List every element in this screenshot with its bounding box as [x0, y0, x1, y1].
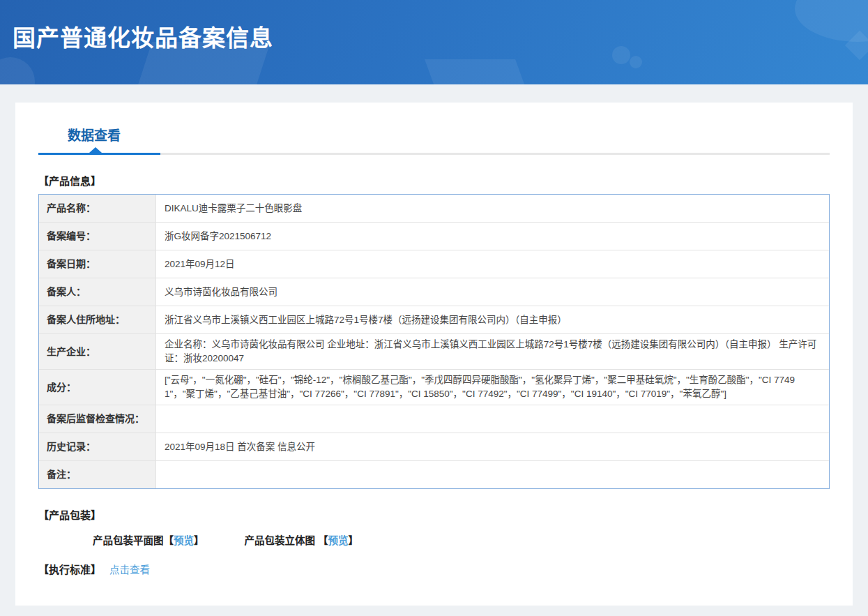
packaging-line: 产品包装平面图【预览】产品包装立体图 【预览】 — [38, 532, 830, 547]
content-card: 数据查看 【产品信息】 产品名称： DIKALU迪卡露栗子二十色眼影盘 备案编号… — [15, 103, 853, 606]
product-info-section-title: 【产品信息】 — [38, 173, 830, 188]
packaging-3d-view-item: 产品包装立体图 【预览】 — [245, 532, 359, 547]
row-value: 义乌市诗茵化妆品有限公司 — [156, 278, 829, 306]
banner-decoration-polygon — [425, 59, 531, 84]
row-label: 备案后监督检查情况： — [39, 405, 156, 433]
row-label: 备案人住所地址： — [39, 306, 156, 333]
row-value: 2021年09月12日 — [156, 250, 829, 278]
packaging-flat-view-label: 产品包装平面图 — [93, 535, 164, 546]
row-label: 备案日期： — [39, 250, 156, 278]
row-label: 成分： — [39, 370, 156, 405]
table-row-product-name: 产品名称： DIKALU迪卡露栗子二十色眼影盘 — [39, 195, 829, 222]
table-row-filing-address: 备案人住所地址： 浙江省义乌市上溪镇义西工业园区上城路72号1号楼7楼（远扬建设… — [39, 306, 829, 333]
bracket: 】 — [194, 535, 204, 546]
table-row-ingredients: 成分： ["云母"，"一氮化硼"，"硅石"，"锦纶-12"，"棕榈酸乙基己酯"，… — [39, 369, 829, 405]
row-value: ["云母"，"一氮化硼"，"硅石"，"锦纶-12"，"棕榈酸乙基己酯"，"季戊四… — [156, 370, 829, 405]
row-value — [156, 461, 829, 488]
banner-decoration-circle — [630, 56, 642, 68]
standard-line: 【执行标准】点击查看 — [38, 562, 830, 576]
standard-view-link[interactable]: 点击查看 — [109, 564, 150, 576]
page-title: 国产普通化妆品备案信息 — [0, 0, 868, 53]
standard-section-title: 【执行标准】 — [38, 562, 101, 576]
row-value: 浙G妆网备字2021506712 — [156, 223, 829, 250]
row-value: 2021年09月18日 首次备案 信息公开 — [156, 433, 829, 460]
row-label: 产品名称： — [39, 195, 156, 222]
bracket: 【 — [318, 535, 328, 546]
bracket: 【 — [164, 535, 174, 546]
tab-bar: 数据查看 — [38, 103, 830, 155]
table-row-filing-date: 备案日期： 2021年09月12日 — [39, 250, 829, 278]
packaging-section-title: 【产品包装】 — [38, 507, 830, 522]
bracket: 】 — [349, 535, 359, 546]
table-row-manufacturer: 生产企业： 企业名称：义乌市诗茵化妆品有限公司 企业地址：浙江省义乌市上溪镇义西… — [39, 333, 829, 369]
row-label: 备注： — [39, 461, 156, 488]
tab-underline — [38, 153, 830, 155]
product-info-table: 产品名称： DIKALU迪卡露栗子二十色眼影盘 备案编号： 浙G妆网备字2021… — [38, 194, 830, 489]
table-row-remarks: 备注： — [39, 460, 829, 488]
row-value: 浙江省义乌市上溪镇义西工业园区上城路72号1号楼7楼（远扬建设集团有限公司内）（… — [156, 306, 829, 333]
table-row-history: 历史记录： 2021年09月18日 首次备案 信息公开 — [39, 433, 829, 460]
row-label: 生产企业： — [39, 334, 156, 369]
packaging-3d-view-label: 产品包装立体图 — [245, 535, 319, 546]
tab-active-indicator — [38, 153, 160, 155]
banner-decoration-circle — [0, 57, 35, 84]
row-value — [156, 405, 829, 433]
table-row-post-filing-inspection: 备案后监督检查情况： — [39, 405, 829, 433]
packaging-flat-view-item: 产品包装平面图【预览】 — [93, 532, 204, 547]
packaging-3d-view-preview-link[interactable]: 预览 — [328, 535, 349, 546]
row-value: DIKALU迪卡露栗子二十色眼影盘 — [156, 195, 829, 222]
page-header-banner: 国产普通化妆品备案信息 — [0, 0, 868, 84]
table-row-filing-number: 备案编号： 浙G妆网备字2021506712 — [39, 222, 829, 250]
row-label: 历史记录： — [39, 433, 156, 460]
row-label: 备案编号： — [39, 223, 156, 250]
row-value: 企业名称：义乌市诗茵化妆品有限公司 企业地址：浙江省义乌市上溪镇义西工业园区上城… — [156, 334, 829, 369]
row-label: 备案人： — [39, 278, 156, 306]
table-row-filing-person: 备案人： 义乌市诗茵化妆品有限公司 — [39, 278, 829, 306]
packaging-flat-view-preview-link[interactable]: 预览 — [174, 535, 194, 546]
